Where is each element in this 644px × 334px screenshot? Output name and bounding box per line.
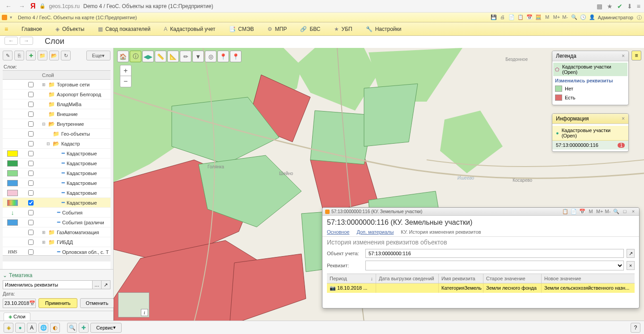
tree-row[interactable]: ━Кадастровые [3, 188, 110, 198]
tb-copy[interactable]: ⎘ [14, 51, 24, 60]
bb-add[interactable]: ✚ [79, 323, 89, 333]
zoom-mp[interactable]: M+ [596, 209, 602, 215]
nav-back-button[interactable]: ← [4, 37, 18, 45]
dw-icon[interactable]: 📅 [579, 209, 585, 215]
zoom-mm[interactable]: M- [605, 209, 611, 215]
bb-globe[interactable]: 🌐 [38, 323, 48, 333]
expand-icon[interactable]: ⊞ [42, 240, 47, 244]
calc-icon[interactable]: 🧮 [535, 14, 542, 21]
menu-mpr[interactable]: ⚙МПР [267, 26, 287, 32]
tb-folder-add[interactable]: 📁 [38, 51, 47, 60]
mt-select[interactable]: ◎ [205, 51, 216, 62]
legend-header[interactable]: Легенда× [552, 51, 628, 61]
download-icon[interactable]: ⬇ [627, 3, 632, 10]
close-icon[interactable]: × [622, 116, 625, 122]
extension-icon[interactable]: ▩ [597, 3, 602, 10]
tree-row-selected[interactable]: ━Кадастровые [3, 198, 110, 208]
close-icon[interactable]: × [630, 209, 636, 215]
close-icon[interactable]: × [622, 53, 625, 59]
menu-bvs[interactable]: 🔗БВС [300, 26, 320, 32]
info-layer-row[interactable]: ●Кадастровые участки (Open) [552, 126, 628, 141]
bb-service[interactable]: Сервис ▾ [90, 323, 122, 333]
date-input[interactable]: 23.10.2018📅 [3, 299, 36, 308]
back-icon[interactable]: ← [4, 3, 13, 10]
mt-pan[interactable]: ◀▶ [142, 51, 154, 62]
cancel-button[interactable]: Отменить [80, 298, 114, 308]
dw-icon[interactable]: 📋 [562, 209, 568, 215]
tematika-input[interactable] [3, 280, 93, 289]
menu-icon[interactable]: ≡ [637, 3, 640, 10]
tb-add[interactable]: ✚ [26, 51, 36, 60]
menu-smev[interactable]: 📑СМЭВ [229, 26, 254, 32]
tab-history[interactable]: КУ. История изменения реквизитов [401, 228, 481, 236]
tree-row[interactable]: ⊞📁ГазАвтоматизация [3, 227, 110, 237]
mt-filter[interactable]: ▼ [192, 51, 204, 62]
bookmark-icon[interactable]: ★ [607, 3, 613, 10]
detail-table-row[interactable]: 📷 18.10.2018 ... КатегорияЗемель Земли л… [327, 283, 635, 293]
mt-pin2[interactable]: 📍 [230, 51, 242, 62]
tree-row[interactable]: ⊟📂Кадастр [3, 139, 110, 149]
apply-button[interactable]: Применить [38, 298, 77, 308]
tab-layers[interactable]: ◈ Слои [4, 313, 30, 321]
expand-icon[interactable]: ⊞ [42, 230, 47, 235]
zoom-mm[interactable]: M- [562, 14, 568, 21]
tematika-header[interactable]: ⌄Тематика [3, 272, 110, 280]
collapse-icon[interactable]: ⊟ [42, 122, 47, 126]
tree-body[interactable]: ⊞📁Торговые сети 📁Аэропорт Белгород 📁Влад… [3, 80, 110, 255]
tree-row[interactable]: ━Кадастровые [3, 168, 110, 178]
mt-draw[interactable]: ✏ [180, 51, 191, 62]
copy-icon[interactable]: 📋 [517, 14, 524, 21]
zoom-m[interactable]: M [544, 14, 551, 21]
minimap[interactable]: i [118, 292, 149, 317]
mt-pin1[interactable]: 📍 [217, 51, 229, 62]
search-icon[interactable]: 🔍 [571, 14, 577, 21]
menu-settings[interactable]: 🔧Настройки [366, 26, 402, 32]
menu-kadastr[interactable]: AКадастровый учет [164, 26, 215, 32]
layers-toggle[interactable]: ≡ [631, 51, 641, 60]
detail-titlebar[interactable]: 57:13:0000000:116 (КУ. Земельные участки… [322, 208, 639, 216]
dw-icon[interactable]: 📄 [571, 209, 577, 215]
tab-osnovnoe[interactable]: Основное [327, 228, 349, 236]
info-object-row[interactable]: 57:13:0000000:1161 [552, 141, 628, 150]
bb-search[interactable]: 🔍 [67, 323, 77, 333]
tree-row[interactable]: HMS━Орловская обл., с. Т [3, 247, 110, 255]
tree-row[interactable]: ━Кадастровые [3, 158, 110, 168]
tb-edit[interactable]: ✎ [3, 51, 13, 60]
sort-desc-icon[interactable]: ↓ [371, 276, 373, 281]
rekvizit-select[interactable] [365, 261, 624, 270]
zoom-mp[interactable]: M+ [553, 14, 559, 21]
mt-measure[interactable]: 📏 [155, 51, 166, 62]
zoom-in-button[interactable]: + [120, 65, 131, 76]
info-icon[interactable]: ⓘ [636, 14, 642, 21]
menu-svod[interactable]: ▦Свод показателей [98, 26, 151, 32]
tree-row[interactable]: ━События (различи [3, 218, 110, 227]
menu-objects[interactable]: ◈Объекты [55, 26, 85, 32]
tree-row[interactable]: ⊟📂Внутренние [3, 119, 110, 129]
maximize-icon[interactable]: □ [622, 209, 628, 215]
zoom-m[interactable]: M [588, 209, 594, 215]
mt-home[interactable]: 🏠 [117, 51, 129, 62]
bb-text[interactable]: A [27, 323, 37, 333]
tree-row[interactable]: ↓━События [3, 208, 110, 218]
print-icon[interactable]: 🖨 [500, 14, 506, 21]
menu-main[interactable]: Главное [21, 26, 42, 32]
th-new[interactable]: Новое значение [542, 274, 635, 283]
mt-info[interactable]: ⓘ [130, 51, 141, 62]
tb-more[interactable]: Еще ▾ [86, 51, 110, 60]
help-button[interactable]: ? [631, 323, 640, 333]
tb-refresh[interactable]: ↻ [61, 51, 71, 60]
tree-row[interactable]: ⊞📁ГИБДД [3, 237, 110, 247]
calendar-icon[interactable]: 📅 [526, 14, 533, 21]
th-name[interactable]: Имя реквизита [439, 274, 483, 283]
collapse-icon[interactable]: ⊟ [47, 141, 51, 146]
expand-icon[interactable]: ⊞ [42, 82, 47, 87]
bb-layers[interactable]: ◈ [4, 323, 13, 333]
tb-remove[interactable]: 📂 [49, 51, 59, 60]
bb-pin[interactable]: ● [15, 323, 25, 333]
menu-ubp[interactable]: ★УБП [334, 26, 352, 32]
object-input[interactable] [365, 249, 624, 258]
zoom-out-button[interactable]: − [120, 76, 131, 87]
clock-icon[interactable]: 🕓 [580, 14, 586, 21]
bb-chart[interactable]: ◐ [50, 323, 60, 333]
legend-layer[interactable]: ⬠Кадастровые участки (Open) [553, 63, 627, 76]
